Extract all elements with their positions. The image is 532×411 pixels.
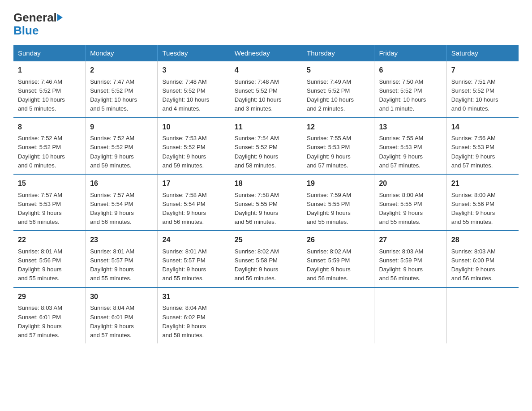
- calendar-cell: 7Sunrise: 7:51 AM Sunset: 5:52 PM Daylig…: [446, 61, 519, 117]
- day-info: Sunrise: 7:55 AM Sunset: 5:53 PM Dayligh…: [379, 134, 442, 170]
- day-info: Sunrise: 8:01 AM Sunset: 5:57 PM Dayligh…: [90, 247, 153, 283]
- calendar-cell: 16Sunrise: 7:57 AM Sunset: 5:54 PM Dayli…: [86, 174, 158, 231]
- day-number: 14: [451, 122, 514, 133]
- calendar-cell: 12Sunrise: 7:55 AM Sunset: 5:53 PM Dayli…: [302, 118, 374, 174]
- day-number: 15: [18, 178, 81, 189]
- day-info: Sunrise: 7:57 AM Sunset: 5:54 PM Dayligh…: [90, 191, 153, 227]
- day-number: 21: [451, 178, 514, 189]
- calendar-cell: 22Sunrise: 8:01 AM Sunset: 5:56 PM Dayli…: [13, 231, 86, 287]
- calendar-cell: 23Sunrise: 8:01 AM Sunset: 5:57 PM Dayli…: [86, 231, 158, 287]
- calendar-cell: 1Sunrise: 7:46 AM Sunset: 5:52 PM Daylig…: [13, 61, 86, 117]
- day-number: 1: [18, 65, 81, 76]
- day-number: 8: [18, 122, 81, 133]
- day-number: 17: [162, 178, 225, 189]
- calendar-cell: 25Sunrise: 8:02 AM Sunset: 5:58 PM Dayli…: [230, 231, 302, 287]
- calendar-cell: 4Sunrise: 7:48 AM Sunset: 5:52 PM Daylig…: [230, 61, 302, 117]
- calendar-cell: 26Sunrise: 8:02 AM Sunset: 5:59 PM Dayli…: [302, 231, 374, 287]
- calendar-cell: 31Sunrise: 8:04 AM Sunset: 6:02 PM Dayli…: [158, 287, 230, 343]
- day-number: 12: [307, 122, 369, 133]
- calendar-cell: 10Sunrise: 7:53 AM Sunset: 5:52 PM Dayli…: [158, 118, 230, 174]
- day-info: Sunrise: 7:56 AM Sunset: 5:53 PM Dayligh…: [451, 134, 514, 170]
- calendar-header-row: SundayMondayTuesdayWednesdayThursdayFrid…: [13, 45, 519, 61]
- day-number: 31: [162, 291, 225, 303]
- calendar-cell: 6Sunrise: 7:50 AM Sunset: 5:52 PM Daylig…: [374, 61, 446, 117]
- day-number: 16: [90, 178, 153, 189]
- day-info: Sunrise: 7:51 AM Sunset: 5:52 PM Dayligh…: [451, 77, 514, 114]
- day-info: Sunrise: 7:52 AM Sunset: 5:52 PM Dayligh…: [18, 134, 81, 170]
- day-info: Sunrise: 8:03 AM Sunset: 5:59 PM Dayligh…: [379, 247, 442, 283]
- calendar-week-row: 29Sunrise: 8:03 AM Sunset: 6:01 PM Dayli…: [13, 287, 519, 343]
- col-header-sunday: Sunday: [13, 45, 86, 61]
- day-info: Sunrise: 8:04 AM Sunset: 6:01 PM Dayligh…: [90, 304, 153, 340]
- day-info: Sunrise: 7:46 AM Sunset: 5:52 PM Dayligh…: [18, 77, 81, 114]
- day-info: Sunrise: 8:00 AM Sunset: 5:56 PM Dayligh…: [451, 191, 514, 227]
- calendar-cell: 11Sunrise: 7:54 AM Sunset: 5:52 PM Dayli…: [230, 118, 302, 174]
- day-info: Sunrise: 7:58 AM Sunset: 5:55 PM Dayligh…: [235, 191, 297, 227]
- calendar-cell: [230, 287, 302, 343]
- col-header-friday: Friday: [374, 45, 446, 61]
- day-number: 22: [18, 235, 81, 246]
- day-info: Sunrise: 7:55 AM Sunset: 5:53 PM Dayligh…: [307, 134, 369, 170]
- calendar-cell: 27Sunrise: 8:03 AM Sunset: 5:59 PM Dayli…: [374, 231, 446, 287]
- day-info: Sunrise: 7:59 AM Sunset: 5:55 PM Dayligh…: [307, 191, 369, 227]
- calendar-cell: 21Sunrise: 8:00 AM Sunset: 5:56 PM Dayli…: [446, 174, 519, 231]
- col-header-tuesday: Tuesday: [158, 45, 230, 61]
- day-info: Sunrise: 8:03 AM Sunset: 6:00 PM Dayligh…: [451, 247, 514, 283]
- col-header-monday: Monday: [86, 45, 158, 61]
- day-number: 6: [379, 65, 442, 76]
- day-info: Sunrise: 7:53 AM Sunset: 5:52 PM Dayligh…: [162, 134, 225, 170]
- calendar-week-row: 15Sunrise: 7:57 AM Sunset: 5:53 PM Dayli…: [13, 174, 519, 231]
- day-info: Sunrise: 7:54 AM Sunset: 5:52 PM Dayligh…: [235, 134, 297, 170]
- calendar-cell: 9Sunrise: 7:52 AM Sunset: 5:52 PM Daylig…: [86, 118, 158, 174]
- calendar-cell: 5Sunrise: 7:49 AM Sunset: 5:52 PM Daylig…: [302, 61, 374, 117]
- calendar-cell: [302, 287, 374, 343]
- col-header-saturday: Saturday: [446, 45, 519, 61]
- day-info: Sunrise: 7:52 AM Sunset: 5:52 PM Dayligh…: [90, 134, 153, 170]
- day-number: 3: [162, 65, 225, 76]
- day-number: 28: [451, 235, 514, 246]
- day-number: 27: [379, 235, 442, 246]
- day-info: Sunrise: 7:48 AM Sunset: 5:52 PM Dayligh…: [235, 77, 297, 114]
- day-number: 11: [235, 122, 297, 133]
- day-info: Sunrise: 7:57 AM Sunset: 5:53 PM Dayligh…: [18, 191, 81, 227]
- col-header-wednesday: Wednesday: [230, 45, 302, 61]
- calendar-cell: 2Sunrise: 7:47 AM Sunset: 5:52 PM Daylig…: [86, 61, 158, 117]
- logo: General Blue: [13, 9, 63, 37]
- day-number: 25: [235, 235, 297, 246]
- day-number: 20: [379, 178, 442, 189]
- logo-general-part: General: [13, 11, 57, 24]
- day-info: Sunrise: 8:02 AM Sunset: 5:58 PM Dayligh…: [235, 247, 297, 283]
- calendar-cell: 17Sunrise: 7:58 AM Sunset: 5:54 PM Dayli…: [158, 174, 230, 231]
- calendar-cell: 24Sunrise: 8:01 AM Sunset: 5:57 PM Dayli…: [158, 231, 230, 287]
- day-info: Sunrise: 8:03 AM Sunset: 6:01 PM Dayligh…: [18, 304, 81, 340]
- day-number: 7: [451, 65, 514, 76]
- calendar-week-row: 1Sunrise: 7:46 AM Sunset: 5:52 PM Daylig…: [13, 61, 519, 117]
- page-header: General Blue General: [13, 9, 519, 37]
- day-info: Sunrise: 8:00 AM Sunset: 5:55 PM Dayligh…: [379, 191, 442, 227]
- day-number: 13: [379, 122, 442, 133]
- day-info: Sunrise: 8:02 AM Sunset: 5:59 PM Dayligh…: [307, 247, 369, 283]
- day-number: 4: [235, 65, 297, 76]
- logo-arrow-icon: [57, 14, 63, 21]
- day-number: 18: [235, 178, 297, 189]
- day-info: Sunrise: 7:49 AM Sunset: 5:52 PM Dayligh…: [307, 77, 369, 114]
- day-number: 26: [307, 235, 369, 246]
- calendar-cell: 29Sunrise: 8:03 AM Sunset: 6:01 PM Dayli…: [13, 287, 86, 343]
- calendar-cell: 3Sunrise: 7:48 AM Sunset: 5:52 PM Daylig…: [158, 61, 230, 117]
- calendar-cell: [446, 287, 519, 343]
- day-info: Sunrise: 8:04 AM Sunset: 6:02 PM Dayligh…: [162, 304, 225, 340]
- day-info: Sunrise: 7:58 AM Sunset: 5:54 PM Dayligh…: [162, 191, 225, 227]
- day-info: Sunrise: 7:50 AM Sunset: 5:52 PM Dayligh…: [379, 77, 442, 114]
- day-info: Sunrise: 7:47 AM Sunset: 5:52 PM Dayligh…: [90, 77, 153, 114]
- day-number: 19: [307, 178, 369, 189]
- calendar-cell: 20Sunrise: 8:00 AM Sunset: 5:55 PM Dayli…: [374, 174, 446, 231]
- col-header-thursday: Thursday: [302, 45, 374, 61]
- day-number: 5: [307, 65, 369, 76]
- calendar-cell: 18Sunrise: 7:58 AM Sunset: 5:55 PM Dayli…: [230, 174, 302, 231]
- day-number: 29: [18, 291, 81, 303]
- day-number: 9: [90, 122, 153, 133]
- day-info: Sunrise: 8:01 AM Sunset: 5:57 PM Dayligh…: [162, 247, 225, 283]
- calendar-week-row: 8Sunrise: 7:52 AM Sunset: 5:52 PM Daylig…: [13, 118, 519, 174]
- day-number: 2: [90, 65, 153, 76]
- day-number: 10: [162, 122, 225, 133]
